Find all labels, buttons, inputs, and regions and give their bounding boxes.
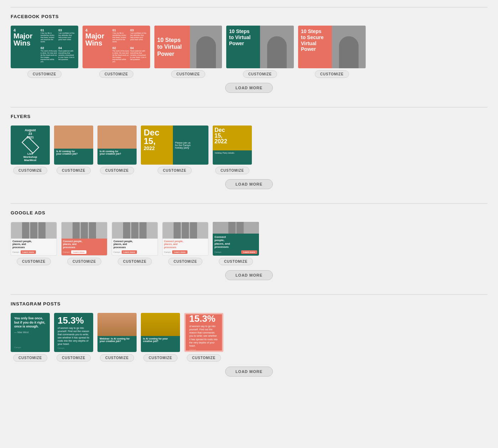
flyers-section: FLYERS August232021 LiveWorkshopMaeWest …	[11, 107, 487, 189]
flyer-card-1[interactable]: August232021 LiveWorkshopMaeWest	[11, 126, 50, 165]
ga3-p3	[139, 222, 147, 239]
flyer-card-5-customize-btn[interactable]: CUSTOMIZE	[215, 167, 249, 174]
ig-card-4-customize-btn[interactable]: CUSTOMIZE	[143, 354, 178, 362]
ig5-text: of women say to go into yourself. Find o…	[189, 325, 218, 347]
ig-card-3-customize-btn[interactable]: CUSTOMIZE	[100, 354, 134, 362]
fb-card-wrapper-4: 10 Stepsto VirtualPower CUSTOMIZE	[226, 26, 294, 78]
instagram-load-more-btn[interactable]: LOAD MORE	[225, 367, 273, 377]
flyer2-text: Is AI coming foryour creative job?	[56, 150, 91, 155]
ig2-percent: 15.3%	[58, 316, 90, 325]
ga-card-5[interactable]: Connectpeople,places, andprocesses Carsy…	[213, 222, 259, 256]
ig-card-1-customize-btn[interactable]: CUSTOMIZE	[13, 354, 47, 362]
flyer5-text: Holiday Party details	[215, 152, 250, 154]
fb-card-1-customize-btn[interactable]: CUSTOMIZE	[27, 70, 62, 78]
flyer-card-1-customize-btn[interactable]: CUSTOMIZE	[13, 167, 47, 174]
ga-card-2-customize-btn[interactable]: CUSTOMIZE	[67, 258, 101, 265]
ga-card-1[interactable]: Connect people,places, andprocesses Cars…	[11, 222, 57, 256]
flyer-card-2-customize-btn[interactable]: CUSTOMIZE	[57, 167, 91, 174]
ig-card-wrapper-1: You only live once, but if you do it rig…	[11, 313, 50, 362]
flyers-title: FLYERS	[11, 107, 487, 119]
google-ads-load-more-btn[interactable]: LOAD MORE	[225, 270, 273, 280]
fb-card-2-customize-btn[interactable]: CUSTOMIZE	[99, 70, 133, 78]
ig-card-2[interactable]: 15.3% of women say to go into yourself. …	[54, 313, 93, 352]
ga-card-4-customize-btn[interactable]: CUSTOMIZE	[168, 258, 202, 265]
ig-card-1[interactable]: You only live once, but if you do it rig…	[11, 313, 50, 352]
fb3-person-body	[196, 36, 216, 68]
ga1-people	[11, 222, 57, 239]
flyer4-year: 2022	[144, 145, 170, 151]
instagram-posts-title: INSTAGRAM POSTS	[11, 294, 487, 306]
flyer1-text: LiveWorkshopMaeWest	[23, 152, 37, 162]
ga-card-3[interactable]: Connect people,places, andprocesses Cars…	[112, 222, 158, 256]
ig3-text: Webinar: Is AI coming for your creative …	[100, 337, 134, 342]
flyers-row: August232021 LiveWorkshopMaeWest CUSTOMI…	[11, 126, 487, 174]
ga4-p1	[174, 222, 181, 239]
fb-load-more-btn[interactable]: LOAD MORE	[225, 83, 273, 93]
flyer-card-wrapper-3: Is AI coming foryour creative job? CUSTO…	[97, 126, 137, 174]
fb-card-5-customize-btn[interactable]: CUSTOMIZE	[315, 70, 349, 78]
fb-card-4[interactable]: 10 Stepsto VirtualPower	[226, 26, 294, 68]
ga-card-4[interactable]: Connect people,places, andprocesses Cars…	[162, 222, 208, 256]
fb-card-4-customize-btn[interactable]: CUSTOMIZE	[243, 70, 277, 78]
ga3-title: Connect people,places, andprocesses	[113, 240, 156, 249]
google-ads-row: Connect people,places, andprocesses Cars…	[11, 222, 487, 265]
ga4-btn-row: Carsyn Learn more	[164, 250, 207, 254]
fb-card-3[interactable]: 10 Stepsto VirtualPower	[154, 26, 222, 68]
flyer-card-wrapper-4: Dec15, 2022 Please join usfor the Carsyn…	[141, 126, 208, 174]
ig1-text: You only live once, but if you do it rig…	[14, 316, 46, 329]
fb3-person	[190, 26, 222, 68]
ga4-title: Connect people,places, andprocesses	[164, 240, 207, 249]
ig-card-wrapper-4: Is AI coming for your creative job? CUST…	[141, 313, 180, 362]
ig-card-2-customize-btn[interactable]: CUSTOMIZE	[57, 354, 91, 362]
ga-card-5-customize-btn[interactable]: CUSTOMIZE	[219, 258, 253, 265]
ga3-learn-btn[interactable]: Learn more	[122, 250, 137, 254]
ga2-learn-btn[interactable]: Learn more	[71, 250, 86, 254]
flyer-card-3[interactable]: Is AI coming foryour creative job?	[97, 126, 137, 165]
flyer-card-4[interactable]: Dec15, 2022 Please join usfor the Carsyn…	[141, 126, 208, 165]
ga-card-3-customize-btn[interactable]: CUSTOMIZE	[118, 258, 152, 265]
fb-card-wrapper-5: 10 Stepsto SecureVirtualPower CUSTOMIZE	[298, 26, 366, 78]
fb4-person-body	[267, 36, 287, 68]
ig5-brand: Carsyn	[189, 347, 218, 351]
ga4-bottom: Connect people,places, andprocesses Cars…	[163, 239, 208, 255]
ga2-img	[62, 222, 107, 239]
fb1-item-03: 03I am confident of the two attitudes th…	[58, 28, 75, 46]
ig4-img	[141, 313, 180, 336]
ga3-btn-row: Carsyn Learn more	[113, 250, 156, 254]
google-ads-load-more-row: LOAD MORE	[11, 270, 487, 280]
fb-card-3-customize-btn[interactable]: CUSTOMIZE	[171, 70, 205, 78]
ga-card-2[interactable]: Connect people,places, andprocesses Cars…	[61, 222, 107, 256]
ga1-learn-btn[interactable]: Learn more	[21, 250, 36, 254]
fb-card-wrapper-1: 4 MajorWins 01I live my life in wanderin…	[11, 26, 78, 78]
ga1-brand: Carsyn	[12, 251, 19, 253]
fb-card-2[interactable]: 4 MajorWins 01I live my life in wanderin…	[83, 26, 150, 68]
flyer-card-3-customize-btn[interactable]: CUSTOMIZE	[100, 167, 134, 174]
ga4-learn-btn[interactable]: Learn more	[172, 250, 187, 254]
ga2-p1	[73, 222, 80, 239]
ga1-img	[11, 222, 57, 239]
ga-card-wrapper-5: Connectpeople,places, andprocesses Carsy…	[213, 222, 259, 265]
ga-card-1-customize-btn[interactable]: CUSTOMIZE	[17, 258, 51, 265]
fb-card-5[interactable]: 10 Stepsto SecureVirtualPower	[298, 26, 366, 68]
fb2-grid: 01I live my life in wandering circles th…	[112, 28, 147, 65]
ga3-p1	[123, 222, 130, 239]
fb-card-1[interactable]: 4 MajorWins 01I live my life in wanderin…	[11, 26, 78, 68]
ga5-content: Connectpeople,places, andprocesses Carsy…	[213, 234, 259, 256]
flyer-card-2[interactable]: Is AI coming foryour creative job?	[54, 126, 93, 165]
ig1-brand: Carsyn	[14, 345, 46, 348]
flyer2-person	[54, 126, 93, 149]
ga5-learn-btn[interactable]: Learn more	[241, 250, 257, 254]
fb2-title: 4 MajorWins	[85, 28, 110, 65]
fb5-person	[332, 26, 366, 68]
ig-card-5-customize-btn[interactable]: CUSTOMIZE	[187, 354, 221, 362]
ig-card-5[interactable]: 15.3% of women say to go into yourself. …	[184, 313, 223, 352]
flyer-card-4-customize-btn[interactable]: CUSTOMIZE	[158, 167, 192, 174]
fb4-title: 10 Stepsto VirtualPower	[229, 28, 257, 46]
ga2-people	[62, 222, 107, 239]
flyer-card-5[interactable]: Dec15,2022 Holiday Party details	[213, 126, 252, 165]
ga-card-wrapper-4: Connect people,places, andprocesses Cars…	[162, 222, 208, 265]
ig-card-3[interactable]: Webinar: Is AI coming for your creative …	[97, 313, 137, 352]
flyers-load-more-btn[interactable]: LOAD MORE	[225, 179, 273, 189]
ig-card-4[interactable]: Is AI coming for your creative job?	[141, 313, 180, 352]
ig3-bottom: Webinar: Is AI coming for your creative …	[97, 336, 137, 352]
